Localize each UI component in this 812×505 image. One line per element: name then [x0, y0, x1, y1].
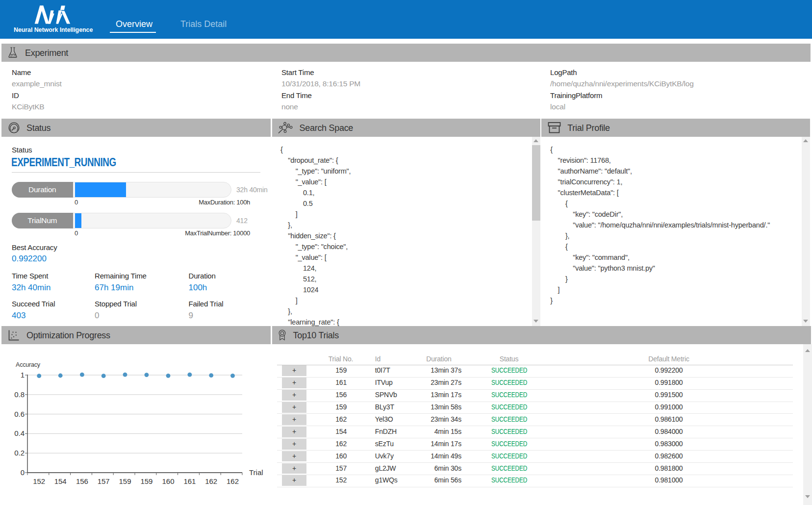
svg-text:Accuracy: Accuracy [16, 361, 41, 368]
svg-text:159: 159 [140, 477, 152, 485]
svg-text:162: 162 [227, 477, 239, 485]
svg-text:161: 161 [183, 477, 196, 485]
svg-text:154: 154 [54, 477, 67, 485]
svg-text:0.4: 0.4 [14, 429, 25, 437]
svg-text:162: 162 [205, 477, 217, 485]
svg-text:152: 152 [33, 477, 45, 485]
svg-text:1: 1 [21, 371, 25, 379]
svg-text:156: 156 [76, 477, 88, 485]
svg-text:157: 157 [98, 477, 110, 485]
svg-text:0.8: 0.8 [14, 390, 25, 399]
svg-text:0: 0 [21, 468, 25, 477]
svg-text:0.2: 0.2 [14, 449, 25, 457]
svg-text:0.6: 0.6 [14, 410, 25, 418]
svg-text:159: 159 [119, 477, 131, 485]
svg-text:160: 160 [162, 477, 174, 485]
svg-text:Trial: Trial [249, 468, 263, 477]
